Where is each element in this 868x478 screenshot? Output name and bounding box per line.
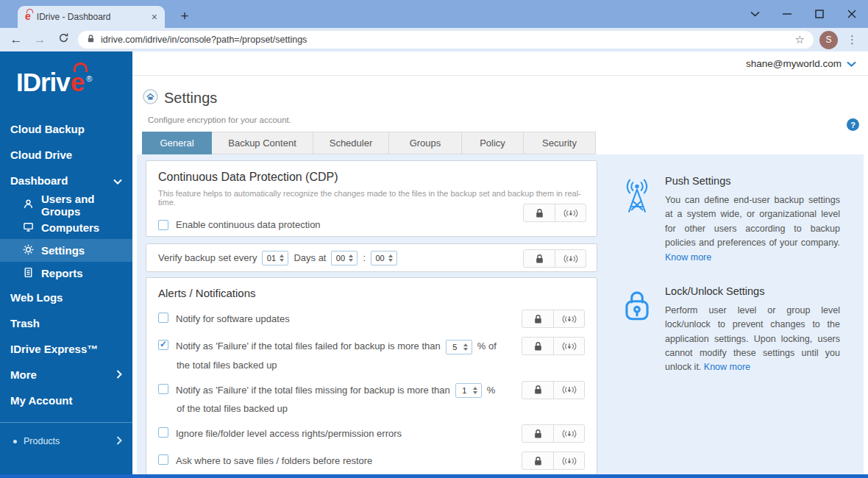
cdp-title: Continuous Data Protection (CDP): [158, 171, 585, 184]
lock-button[interactable]: [524, 250, 555, 267]
back-icon[interactable]: ←: [7, 32, 25, 47]
know-more-link[interactable]: Know more: [665, 252, 711, 263]
tab-search-chevron-icon[interactable]: [739, 0, 771, 28]
lock-button[interactable]: [522, 338, 553, 354]
home-icon[interactable]: [143, 89, 158, 107]
know-more-link[interactable]: Know more: [704, 362, 750, 372]
info-cards: Push Settings You can define end-user ba…: [618, 175, 840, 396]
account-bar: shane@myworld.com: [132, 51, 868, 76]
browser-titlebar: e IDrive - Dashboard × +: [0, 0, 868, 28]
url-bar[interactable]: idrive.com/idrive/in/console?path=/props…: [78, 31, 814, 49]
sidebar: IDrive® Cloud Backup Cloud Drive Dashboa…: [0, 51, 132, 478]
account-chevron-down-icon[interactable]: [847, 57, 856, 70]
help-icon[interactable]: ?: [847, 118, 859, 131]
alert-label-line2: the total files backed up: [177, 360, 497, 371]
browser-tab[interactable]: e IDrive - Dashboard ×: [18, 6, 165, 28]
reload-icon[interactable]: [54, 32, 72, 47]
stepper-arrows-icon[interactable]: [280, 254, 284, 262]
tab-scheduler[interactable]: Scheduler: [313, 132, 389, 154]
chevron-down-icon: [113, 174, 122, 187]
propagate-button[interactable]: [553, 382, 584, 399]
idrive-logo[interactable]: IDrive®: [0, 51, 132, 116]
profile-avatar[interactable]: S: [819, 31, 838, 49]
lock-button[interactable]: [524, 204, 555, 221]
missing-percent-stepper[interactable]: 1: [455, 383, 482, 398]
sidebar-item-cloud-drive[interactable]: Cloud Drive: [0, 142, 132, 168]
https-lock-icon: [87, 33, 95, 46]
bookmark-star-icon[interactable]: ☆: [795, 33, 805, 46]
stepper-arrows-icon[interactable]: [349, 254, 353, 262]
tab-backup-content[interactable]: Backup Content: [212, 132, 313, 154]
lock-button[interactable]: [522, 310, 553, 327]
chevron-right-icon: [116, 368, 122, 381]
sidebar-item-idrive-express[interactable]: IDrive Express™: [0, 336, 132, 362]
alert-actions: [522, 310, 585, 328]
page-title: Settings: [164, 90, 217, 107]
alert-row-missing-files: Notify as 'Failure' if the total files m…: [158, 383, 585, 415]
sidebar-item-more[interactable]: More: [0, 362, 132, 388]
sidebar-item-users-and-groups[interactable]: Users and Groups: [0, 193, 132, 216]
alert-actions: [522, 337, 585, 355]
sidebar-item-trash[interactable]: Trash: [0, 310, 132, 336]
radio-tower-icon: [618, 175, 656, 265]
url-text[interactable]: idrive.com/idrive/in/console?path=/props…: [101, 35, 789, 45]
sidebar-item-computers[interactable]: Computers: [0, 216, 132, 239]
verify-hour-stepper[interactable]: 00: [331, 251, 357, 265]
alert-actions: [522, 424, 585, 443]
main-area: shane@myworld.com Settings ? Configure e…: [132, 51, 868, 478]
user-icon: [22, 198, 35, 213]
sidebar-item-settings[interactable]: Settings: [0, 239, 132, 262]
minimize-button[interactable]: [771, 0, 803, 28]
new-tab-button[interactable]: +: [175, 6, 194, 26]
close-button[interactable]: [836, 0, 868, 28]
stepper-arrows-icon[interactable]: [473, 387, 477, 394]
settings-tabs: General Backup Content Scheduler Groups …: [142, 132, 596, 154]
bullet-icon: [13, 440, 17, 443]
failed-percent-stepper[interactable]: 5: [446, 340, 472, 354]
report-icon: [22, 266, 35, 281]
tab-groups[interactable]: Groups: [389, 132, 462, 154]
card-title: Push Settings: [665, 175, 840, 187]
alert-actions: [522, 381, 585, 399]
verify-minute-stepper[interactable]: 00: [371, 251, 397, 265]
alert-checkbox[interactable]: [158, 340, 168, 350]
alert-checkbox[interactable]: [158, 313, 168, 323]
propagate-button[interactable]: [553, 452, 584, 469]
sidebar-item-dashboard[interactable]: Dashboard: [0, 168, 132, 193]
propagate-button[interactable]: [555, 204, 586, 221]
lock-button[interactable]: [522, 425, 553, 442]
cdp-checkbox[interactable]: [158, 220, 168, 230]
alert-label: Ignore file/folder level access rights/p…: [176, 427, 402, 441]
stepper-arrows-icon[interactable]: [463, 343, 468, 351]
tab-policy[interactable]: Policy: [462, 132, 524, 154]
alerts-title: Alerts / Notifications: [158, 287, 585, 299]
tab-security[interactable]: Security: [524, 132, 596, 154]
alert-label-suffix: %: [487, 385, 496, 396]
tab-close-icon[interactable]: ×: [152, 11, 157, 23]
propagate-button[interactable]: [553, 338, 584, 354]
verify-days-stepper[interactable]: 01: [262, 251, 288, 265]
settings-region: Continuous Data Protection (CDP) This fe…: [137, 154, 864, 478]
sidebar-item-cloud-backup[interactable]: Cloud Backup: [0, 116, 132, 142]
sidebar-item-reports[interactable]: Reports: [0, 262, 132, 285]
propagate-button[interactable]: [553, 310, 584, 327]
lock-button[interactable]: [522, 382, 553, 399]
verify-actions: [523, 249, 586, 268]
lock-button[interactable]: [522, 452, 553, 469]
sidebar-item-web-logs[interactable]: Web Logs: [0, 285, 132, 310]
sidebar-item-my-account[interactable]: My Account: [0, 388, 132, 413]
alert-checkbox[interactable]: [158, 427, 168, 438]
stepper-arrows-icon[interactable]: [388, 254, 393, 262]
propagate-button[interactable]: [555, 250, 586, 267]
browser-menu-icon[interactable]: ⋮: [844, 33, 861, 46]
sidebar-item-products[interactable]: Products: [0, 430, 132, 452]
page-subtitle: Configure encryption for your account.: [132, 107, 868, 124]
window-bottom-edge: [0, 474, 868, 478]
alert-checkbox[interactable]: [158, 384, 168, 394]
account-email[interactable]: shane@myworld.com: [746, 58, 842, 69]
propagate-button[interactable]: [553, 425, 584, 442]
tab-general[interactable]: General: [142, 132, 212, 154]
alert-checkbox[interactable]: [158, 454, 168, 465]
maximize-button[interactable]: [803, 0, 836, 28]
alert-label-suffix: % of: [477, 340, 497, 352]
